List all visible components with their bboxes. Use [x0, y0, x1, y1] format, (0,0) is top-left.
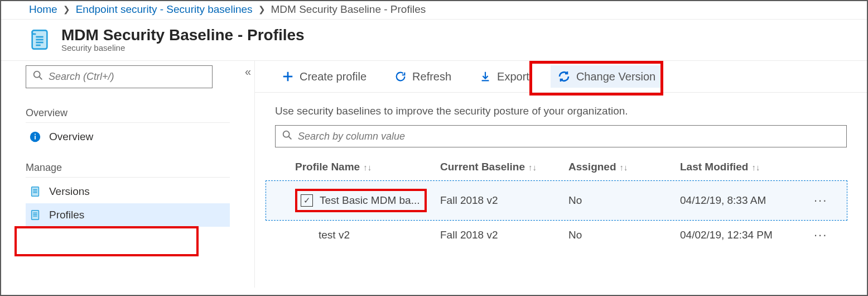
page-header: MDM Security Baseline - Profiles Securit… [1, 20, 867, 61]
highlight-box: ✓ Test Basic MDM ba... [295, 189, 427, 212]
cell-last-modified: 04/12/19, 8:33 AM [680, 194, 814, 207]
table-row[interactable]: test v2 Fall 2018 v2 No 04/02/19, 12:34 … [266, 220, 847, 250]
plus-icon [282, 70, 294, 83]
sidebar-item-overview[interactable]: Overview [26, 125, 230, 149]
grid-header: Profile Name↑↓ Current Baseline↑↓ Assign… [266, 155, 847, 181]
breadcrumb-home[interactable]: Home [29, 3, 57, 16]
breadcrumb-current: MDM Security Baseline - Profiles [271, 3, 426, 16]
column-search[interactable] [275, 125, 847, 147]
svg-rect-9 [35, 134, 36, 135]
doc-icon [29, 209, 41, 221]
toolbar-label: Change Version [576, 70, 655, 83]
sidebar-group-manage: Manage [26, 159, 230, 178]
profiles-grid: Profile Name↑↓ Current Baseline↑↓ Assign… [266, 155, 847, 250]
col-current-baseline[interactable]: Current Baseline↑↓ [440, 161, 568, 173]
cell-assigned: No [568, 229, 680, 241]
refresh-icon [394, 70, 407, 83]
column-search-input[interactable] [298, 131, 841, 142]
cell-last-modified: 04/02/19, 12:34 PM [680, 229, 814, 241]
svg-rect-8 [35, 136, 36, 139]
export-icon [479, 70, 491, 83]
collapse-icon[interactable]: « [245, 65, 251, 78]
sidebar-group-overview: Overview [26, 104, 230, 123]
col-profile-name[interactable]: Profile Name↑↓ [295, 161, 440, 173]
cell-current-baseline: Fall 2018 v2 [440, 229, 568, 241]
main-panel: Create profile Refresh Export Change Ver… [255, 61, 867, 288]
svg-point-5 [34, 71, 40, 78]
sidebar-item-label: Versions [49, 185, 90, 198]
baseline-doc-icon [27, 27, 52, 52]
sidebar-search[interactable] [26, 65, 213, 88]
row-menu-button[interactable]: ··· [814, 228, 836, 242]
chevron-right-icon: ❯ [61, 4, 73, 15]
create-profile-button[interactable]: Create profile [275, 66, 373, 88]
sort-icon: ↑↓ [363, 163, 372, 172]
description-text: Use security baselines to improve the se… [255, 93, 867, 121]
sort-icon: ↑↓ [620, 163, 628, 172]
search-icon [32, 69, 44, 84]
svg-line-23 [289, 137, 292, 140]
sort-icon: ↑↓ [751, 163, 760, 172]
row-menu-button[interactable]: ··· [814, 193, 836, 208]
sort-icon: ↑↓ [528, 163, 537, 172]
breadcrumb-endpoint-security[interactable]: Endpoint security - Security baselines [76, 3, 253, 16]
page-subtitle: Security baseline [61, 43, 305, 52]
svg-line-6 [40, 77, 42, 80]
cell-assigned: No [568, 194, 680, 207]
page-title: MDM Security Baseline - Profiles [61, 26, 305, 44]
highlight-box [15, 226, 199, 256]
change-version-button[interactable]: Change Version [551, 65, 662, 88]
chevron-right-icon: ❯ [256, 4, 268, 15]
sidebar-item-versions[interactable]: Versions [26, 180, 230, 203]
sidebar-item-label: Overview [49, 131, 93, 143]
svg-rect-10 [32, 187, 39, 197]
cell-current-baseline: Fall 2018 v2 [440, 194, 568, 207]
change-version-icon [557, 70, 571, 83]
breadcrumb: Home ❯ Endpoint security - Security base… [1, 1, 867, 20]
cell-profile-name: Test Basic MDM ba... [320, 194, 420, 207]
col-assigned[interactable]: Assigned↑↓ [568, 161, 680, 173]
toolbar: Create profile Refresh Export Change Ver… [255, 61, 867, 93]
sidebar-item-label: Profiles [49, 209, 84, 221]
svg-rect-14 [32, 211, 39, 220]
export-button[interactable]: Export [472, 66, 536, 88]
toolbar-label: Create profile [300, 70, 367, 83]
search-icon [281, 129, 293, 144]
col-last-modified[interactable]: Last Modified↑↓ [680, 161, 814, 173]
sidebar: « Overview Overview Manage [1, 61, 255, 288]
table-row[interactable]: ✓ Test Basic MDM ba... Fall 2018 v2 No 0… [266, 181, 847, 220]
svg-point-22 [283, 131, 290, 137]
checkbox-checked-icon[interactable]: ✓ [301, 194, 313, 207]
sidebar-search-input[interactable] [49, 71, 206, 83]
refresh-button[interactable]: Refresh [388, 66, 458, 88]
doc-icon [29, 185, 41, 198]
toolbar-label: Refresh [412, 70, 451, 83]
toolbar-label: Export [497, 70, 529, 83]
cell-profile-name: test v2 [295, 229, 440, 241]
info-icon [29, 131, 41, 143]
sidebar-item-profiles[interactable]: Profiles [26, 203, 230, 227]
